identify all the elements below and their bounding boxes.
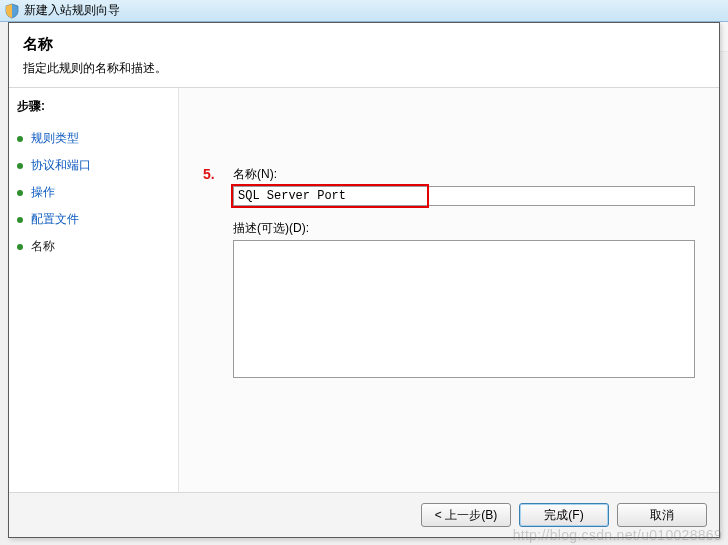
name-label: 名称(N): [233, 166, 701, 183]
step-label: 操作 [31, 184, 55, 201]
step-label: 规则类型 [31, 130, 79, 147]
description-input[interactable] [233, 240, 695, 378]
name-input[interactable] [233, 186, 695, 206]
form-area: 名称(N): 描述(可选)(D): [233, 166, 701, 381]
step-rule-type[interactable]: 规则类型 [15, 125, 172, 152]
wizard-main: 5. 名称(N): 描述(可选)(D): [179, 88, 719, 492]
page-title: 名称 [23, 35, 705, 54]
step-label: 名称 [31, 238, 55, 255]
back-button[interactable]: < 上一步(B) [421, 503, 511, 527]
bullet-icon [17, 244, 23, 250]
bullet-icon [17, 163, 23, 169]
annotation-number: 5. [203, 166, 215, 182]
description-label: 描述(可选)(D): [233, 220, 701, 237]
step-label: 配置文件 [31, 211, 79, 228]
parent-window-title: 新建入站规则向导 [24, 2, 120, 19]
parent-window-titlebar: 新建入站规则向导 [0, 0, 728, 22]
name-input-row [233, 186, 701, 206]
steps-sidebar: 步骤: 规则类型 协议和端口 操作 配置文件 名称 [9, 88, 179, 492]
bullet-icon [17, 217, 23, 223]
wizard-footer: < 上一步(B) 完成(F) 取消 [9, 492, 719, 537]
step-profile[interactable]: 配置文件 [15, 206, 172, 233]
step-name[interactable]: 名称 [15, 233, 172, 260]
shield-icon [4, 3, 20, 19]
bullet-icon [17, 136, 23, 142]
step-action[interactable]: 操作 [15, 179, 172, 206]
finish-button[interactable]: 完成(F) [519, 503, 609, 527]
step-protocol-port[interactable]: 协议和端口 [15, 152, 172, 179]
wizard-header: 名称 指定此规则的名称和描述。 [9, 23, 719, 88]
bullet-icon [17, 190, 23, 196]
page-subtitle: 指定此规则的名称和描述。 [23, 60, 705, 77]
steps-heading: 步骤: [15, 98, 172, 115]
wizard-body: 步骤: 规则类型 协议和端口 操作 配置文件 名称 5 [9, 88, 719, 492]
wizard-dialog: 名称 指定此规则的名称和描述。 步骤: 规则类型 协议和端口 操作 配置文件 [8, 22, 720, 538]
step-label: 协议和端口 [31, 157, 91, 174]
cancel-button[interactable]: 取消 [617, 503, 707, 527]
